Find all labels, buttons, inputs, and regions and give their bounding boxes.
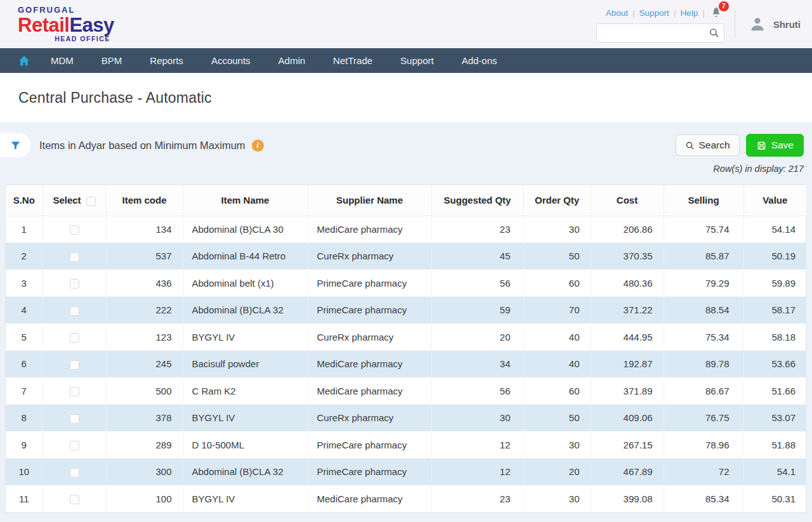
cell-order_qty: 30 <box>523 216 591 243</box>
row-select-checkbox[interactable] <box>70 225 79 235</box>
cell-item_code: 289 <box>106 431 183 459</box>
cell-order_qty: 20 <box>523 459 591 486</box>
cell-suggested_qty: 45 <box>431 243 523 270</box>
page-title: Central Purchase - Automatic <box>18 89 212 107</box>
cell-cost: 371.22 <box>591 297 664 324</box>
home-button[interactable] <box>11 55 37 67</box>
global-search-input[interactable] <box>596 23 724 42</box>
user-name: Shruti <box>773 19 801 30</box>
table-row: 1134Abdominal (B)CLA 30MediCare pharmacy… <box>6 216 806 243</box>
cell-order_qty: 70 <box>523 297 591 324</box>
cell-suggested_qty: 12 <box>431 431 523 459</box>
table-row: 7500C Ram K2MediCare pharmacy5660371.898… <box>6 377 806 405</box>
header-link-help[interactable]: Help <box>680 8 698 18</box>
nav-item-support[interactable]: Support <box>386 48 448 73</box>
user-menu[interactable]: Shruti <box>748 15 801 34</box>
row-select-checkbox[interactable] <box>70 252 79 262</box>
cell-item_code: 537 <box>106 243 183 270</box>
cell-select <box>43 216 106 243</box>
row-select-checkbox[interactable] <box>70 495 79 504</box>
cell-supplier_name: PrimeCare pharmacy <box>308 270 431 297</box>
notification-badge: 7 <box>719 1 729 11</box>
save-button[interactable]: Save <box>746 134 804 157</box>
cell-sno: 2 <box>6 243 43 270</box>
nav-item-add-ons[interactable]: Add-ons <box>448 48 511 73</box>
table-body: 1134Abdominal (B)CLA 30MediCare pharmacy… <box>6 216 806 512</box>
row-select-checkbox[interactable] <box>70 360 79 370</box>
cell-sno: 9 <box>6 431 43 459</box>
cell-suggested_qty: 56 <box>431 270 523 297</box>
nav-item-accounts[interactable]: Accounts <box>197 48 265 73</box>
cell-item_name: Abdominal belt (x1) <box>183 270 308 297</box>
header-link-about[interactable]: About <box>606 8 628 18</box>
search-button[interactable]: Search <box>676 134 740 156</box>
cell-order_qty: 60 <box>523 377 591 405</box>
nav-bar: MDMBPMReportsAccountsAdminNetTradeSuppor… <box>0 48 812 73</box>
cell-suggested_qty: 12 <box>431 459 523 486</box>
header-divider <box>735 10 735 38</box>
row-select-checkbox[interactable] <box>70 414 79 424</box>
column-header-select: Select <box>43 185 106 216</box>
select-all-checkbox[interactable] <box>86 197 96 206</box>
logo-brand-text: GOFRUGAL <box>18 6 114 14</box>
row-select-checkbox[interactable] <box>70 468 79 478</box>
column-header-supplier_name: Supplier Name <box>308 185 431 216</box>
cell-sno: 7 <box>6 377 43 405</box>
logo-tagline: HEAD OFFICE <box>18 36 114 42</box>
cell-suggested_qty: 34 <box>431 351 523 378</box>
rows-in-display: Row(s) in display: 217 <box>0 164 804 174</box>
table-row: 8378BYGYL IVCureRx pharmacy3050409.0676.… <box>6 405 806 432</box>
cell-select <box>43 270 106 297</box>
nav-item-mdm[interactable]: MDM <box>37 48 88 73</box>
nav-item-nettrade[interactable]: NetTrade <box>319 48 386 73</box>
cell-item_code: 436 <box>106 270 183 297</box>
cell-cost: 467.89 <box>591 459 664 486</box>
cell-selling: 78.96 <box>664 431 743 459</box>
cell-supplier_name: PrimeCare pharmacy <box>308 431 431 459</box>
cell-cost: 444.95 <box>591 323 664 351</box>
cell-sno: 6 <box>6 351 43 378</box>
table-row: 11100BYGYL IVMediCare pharmacy2330399.08… <box>6 485 806 512</box>
link-separator: | <box>702 8 705 18</box>
row-select-checkbox[interactable] <box>70 306 79 316</box>
cell-suggested_qty: 59 <box>431 297 523 324</box>
search-icon[interactable] <box>709 27 719 41</box>
table-row: 4222Abdominal (B)CLA 32PrimeCare pharmac… <box>6 297 806 324</box>
row-select-checkbox[interactable] <box>70 441 79 450</box>
cell-sno: 3 <box>6 270 43 297</box>
link-separator: | <box>674 8 676 18</box>
cell-suggested_qty: 30 <box>431 405 523 432</box>
header-link-support[interactable]: Support <box>639 8 669 18</box>
row-select-checkbox[interactable] <box>70 333 79 343</box>
title-band: Central Purchase - Automatic <box>0 73 812 122</box>
filter-description: Items in Adyar based on Minimum Maximum <box>39 140 246 152</box>
table-row: 6245Bacisulf powderMediCare pharmacy3440… <box>6 351 806 378</box>
cell-value: 59.89 <box>743 270 806 297</box>
nav-item-bpm[interactable]: BPM <box>88 48 136 73</box>
table-row: 9289D 10-500MLPrimeCare pharmacy1230267.… <box>6 431 806 459</box>
info-icon[interactable]: i <box>252 140 264 152</box>
cell-cost: 371.89 <box>591 377 664 405</box>
items-table: S.NoSelectItem codeItem NameSupplier Nam… <box>6 185 806 512</box>
column-header-sno: S.No <box>6 185 43 216</box>
cell-item_name: D 10-500ML <box>183 431 308 459</box>
filter-button[interactable] <box>0 133 30 157</box>
column-header-order_qty: Order Qty <box>523 185 591 216</box>
nav-item-reports[interactable]: Reports <box>136 48 197 73</box>
cell-value: 50.19 <box>743 243 806 270</box>
header-links: About|Support|Help| 7 <box>606 6 724 20</box>
cell-suggested_qty: 20 <box>431 323 523 351</box>
app-logo[interactable]: GOFRUGAL RetailEasy HEAD OFFICE <box>18 6 114 42</box>
cell-supplier_name: CureRx pharmacy <box>308 405 431 432</box>
cell-item_name: BYGYL IV <box>183 485 308 512</box>
row-select-checkbox[interactable] <box>70 387 79 396</box>
cell-item_name: C Ram K2 <box>183 377 308 405</box>
cell-selling: 85.87 <box>664 243 743 270</box>
cell-sno: 10 <box>6 459 43 486</box>
cell-select <box>43 485 106 512</box>
notification-bell[interactable]: 7 <box>710 6 722 20</box>
nav-item-admin[interactable]: Admin <box>265 48 320 73</box>
cell-selling: 88.54 <box>664 297 743 324</box>
row-select-checkbox[interactable] <box>70 279 79 289</box>
cell-select <box>43 351 106 378</box>
